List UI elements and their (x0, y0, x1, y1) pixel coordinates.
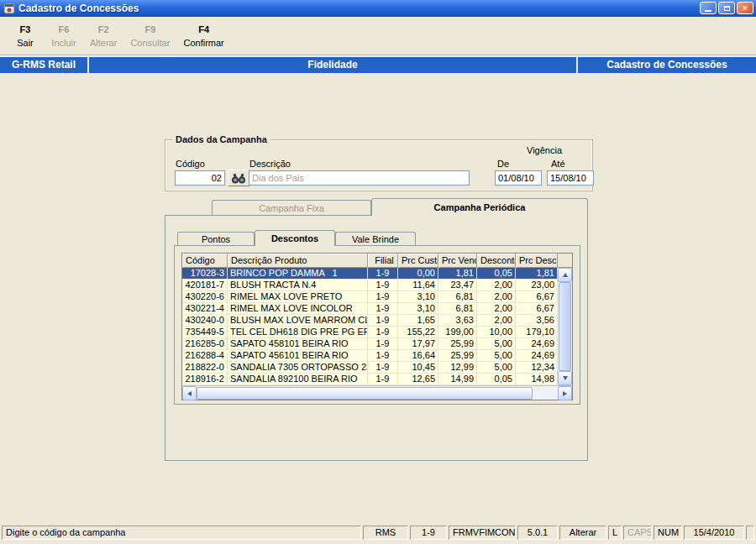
column-header[interactable]: Prc Desc (516, 254, 558, 268)
table-cell: TEL CEL DH618 DIG PRE PG ERICS (228, 327, 368, 338)
table-cell: 1-9 (368, 374, 398, 385)
table-row[interactable]: 430240-0BLUSH MAX LOVE MARROM CLARO1-91,… (182, 315, 558, 327)
table-cell: 2,00 (477, 303, 516, 315)
toolbar-key: F3 (20, 24, 31, 34)
column-header[interactable]: Descrição Produto (228, 254, 368, 268)
arrow-left-icon (187, 391, 192, 396)
status-cell-version: 5.0.1 (517, 526, 558, 540)
table-row[interactable]: 216285-0SAPATO 458101 BEIRA RIO1-917,972… (182, 338, 558, 350)
status-cell-form: FRMVFIMCONC (449, 526, 516, 540)
column-header[interactable]: Filial (368, 254, 398, 268)
status-cell-num: NUM (654, 526, 682, 540)
status-cell-l: L (608, 526, 622, 540)
table-row[interactable]: 216288-4SAPATO 456101 BEIRA RIO1-916,642… (182, 350, 558, 362)
toolbar-label: Confirmar (183, 38, 223, 48)
horizontal-scrollbar[interactable] (182, 385, 572, 400)
status-cell-filial: 1-9 (410, 526, 447, 540)
table-row[interactable]: 430220-6RIMEL MAX LOVE PRETO1-93,106,812… (182, 291, 558, 303)
toolbar-key: F6 (59, 24, 70, 34)
arrow-right-icon (563, 391, 567, 396)
toolbar-label: Alterar (90, 38, 117, 48)
ate-label: Até (551, 159, 565, 169)
codigo-label: Código (176, 159, 205, 169)
table-cell: 199,00 (438, 327, 477, 338)
binoculars-icon (231, 173, 246, 184)
table-cell: 3,10 (398, 303, 438, 315)
table-row[interactable]: 430221-4RIMEL MAX LOVE INCOLOR1-93,106,8… (182, 303, 558, 315)
codigo-input[interactable] (175, 170, 225, 186)
status-message: Digite o código da campanha (2, 526, 361, 540)
toolbar-label: Consultar (130, 38, 170, 48)
column-header[interactable]: Desconto (477, 254, 516, 268)
restore-button[interactable] (718, 2, 735, 14)
table-cell: 6,67 (516, 303, 558, 315)
table-row[interactable]: 420181-7BLUSH TRACTA N.41-911,6423,472,0… (182, 280, 558, 291)
campanha-periodica-panel: Pontos Descontos Vale Brinde CódigoDescr… (165, 215, 588, 461)
minimize-button[interactable] (700, 2, 717, 14)
toolbar-button-incluir: F6 Incluir (47, 21, 81, 51)
table-row[interactable]: 218916-2SANDALIA 892100 BEIRA RIO1-912,6… (182, 374, 558, 385)
arrow-down-icon (563, 376, 568, 380)
scroll-up-button[interactable] (558, 268, 572, 282)
table-cell: 23,00 (516, 280, 558, 291)
grid-corner (558, 254, 572, 268)
banner-module: Fidelidade (89, 57, 576, 73)
scroll-left-button[interactable] (182, 386, 197, 400)
de-input[interactable] (495, 170, 542, 186)
table-cell: 1,65 (398, 315, 438, 327)
table-cell: 5,00 (477, 362, 516, 374)
table-cell: 17,97 (398, 338, 438, 350)
table-cell: 11,64 (398, 280, 438, 291)
column-header[interactable]: Prc Custo (398, 254, 438, 268)
table-cell: 216285-0 (182, 338, 228, 350)
vertical-scroll-thumb[interactable] (559, 282, 571, 371)
table-cell: RIMEL MAX LOVE INCOLOR (228, 303, 368, 315)
tab-vale-brinde[interactable]: Vale Brinde (335, 232, 416, 245)
table-cell: 12,99 (438, 362, 477, 374)
table-cell: 1-9 (368, 268, 398, 280)
grid-header: CódigoDescrição ProdutoFilialPrc CustoPr… (182, 254, 558, 268)
table-row[interactable]: 17028-3BRINCO POP DAMMA 11-90,001,810,05… (182, 268, 558, 280)
table-cell: 5,00 (477, 338, 516, 350)
table-cell: 0,05 (477, 268, 516, 280)
table-cell: 1-9 (368, 350, 398, 362)
table-cell: 1-9 (368, 327, 398, 338)
table-cell: SAPATO 456101 BEIRA RIO (228, 350, 368, 362)
table-row[interactable]: 735449-5TEL CEL DH618 DIG PRE PG ERICS1-… (182, 327, 558, 338)
scroll-right-button[interactable] (558, 386, 572, 400)
table-cell: 14,99 (438, 374, 477, 385)
search-button[interactable] (228, 170, 249, 186)
campaign-groupbox: Dados da Campanha Código Descrição Vigên… (165, 139, 593, 191)
table-cell: 12,34 (516, 362, 558, 374)
column-header[interactable]: Código (182, 254, 228, 268)
table-cell: 1,81 (516, 268, 558, 280)
table-cell: 10,45 (398, 362, 438, 374)
descricao-label: Descrição (249, 159, 291, 169)
table-cell: 1-9 (368, 362, 398, 374)
application-window: Cadastro de Concessões ✕ F3 Sair F6 Incl… (0, 0, 756, 544)
tab-campanha-periodica[interactable]: Campanha Periódica (371, 198, 588, 216)
table-cell: 218916-2 (182, 374, 228, 385)
table-cell: 2,00 (477, 280, 516, 291)
descricao-input[interactable] (249, 170, 470, 186)
tab-descontos[interactable]: Descontos (255, 230, 335, 246)
tab-pontos[interactable]: Pontos (177, 232, 255, 245)
banner-screen: Cadastro de Concessões (578, 57, 756, 73)
status-cell-date: 15/4/2010 (684, 526, 744, 540)
status-cell-filler (746, 526, 754, 540)
table-cell: SANDALIA 7305 ORTOPASSO 23/27 (228, 362, 368, 374)
table-row[interactable]: 218822-0SANDALIA 7305 ORTOPASSO 23/271-9… (182, 362, 558, 374)
table-cell: 24,69 (516, 338, 558, 350)
ate-input[interactable] (547, 170, 594, 186)
table-cell: 2,00 (477, 315, 516, 327)
horizontal-scroll-thumb[interactable] (197, 387, 533, 400)
column-header[interactable]: Prc Venda (438, 254, 477, 268)
arrow-up-icon (563, 273, 568, 277)
vertical-scrollbar[interactable] (558, 268, 572, 385)
scroll-down-button[interactable] (558, 371, 572, 385)
table-cell: 420181-7 (182, 280, 228, 291)
toolbar-button-sair[interactable]: F3 Sair (8, 21, 42, 51)
close-button[interactable]: ✕ (737, 2, 753, 14)
table-cell: 25,99 (438, 338, 477, 350)
toolbar-button-confirmar[interactable]: F4 Confirmar (179, 21, 228, 51)
